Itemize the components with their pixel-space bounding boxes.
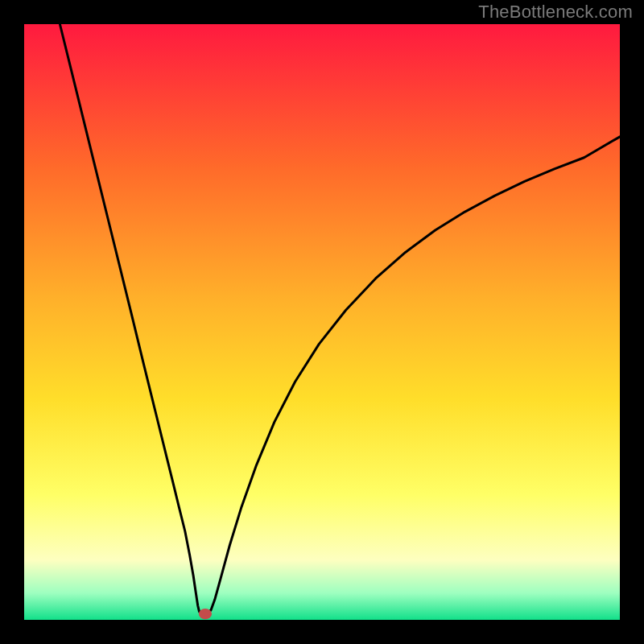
- watermark-text: TheBottleneck.com: [478, 2, 633, 23]
- optimum-marker: [199, 609, 212, 619]
- bottleneck-chart: [0, 0, 644, 644]
- plot-background: [24, 24, 620, 620]
- chart-container: { "watermark": "TheBottleneck.com", "col…: [0, 0, 644, 644]
